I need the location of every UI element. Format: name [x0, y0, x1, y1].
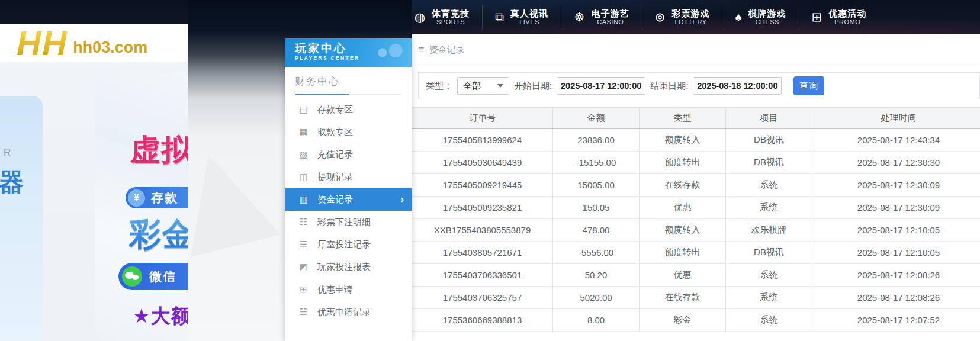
nav-item-label-zh: 优惠活动: [828, 8, 866, 18]
cell-order-no: 1755360669388813: [412, 309, 553, 332]
hamburger-icon[interactable]: ≡: [418, 44, 425, 55]
sidebar-item-label: 充值记录: [317, 149, 353, 160]
cell-type: 额度转入: [640, 219, 726, 242]
withdraw-record-icon: ◫: [298, 172, 309, 182]
cell-project: DB视讯: [726, 152, 812, 174]
table-header-cell: 类型: [640, 108, 726, 129]
funds-record-table: 订单号金额类型项目处理时间 175540581399962423836.00额度…: [412, 107, 980, 332]
cell-time: 2025-08-17 12:30:30: [812, 152, 980, 174]
lottery-bets-icon: ☷: [298, 217, 309, 227]
nav-item-label-zh: 电子游艺: [592, 8, 629, 18]
type-select[interactable]: 全部: [457, 77, 509, 95]
lottery-balls-icon: ⊚: [655, 11, 666, 23]
money-bag-icon: ¥: [128, 189, 145, 207]
nav-item-chess[interactable]: ♠ 棋牌游戏 CHESS: [722, 5, 798, 30]
nav-item-sports[interactable]: ◍ 体育竞技 SPORTS: [401, 5, 482, 30]
promo-left-letter: R: [4, 147, 11, 159]
nav-item-label-en: CASINO: [592, 18, 629, 26]
brand-domain: hh03.com: [73, 38, 147, 57]
promo-card-left[interactable]: R 器: [0, 96, 43, 341]
search-button[interactable]: 查询: [793, 76, 824, 95]
nav-item-label-en: PROMO: [828, 18, 866, 26]
start-date-label: 开始日期:: [514, 81, 552, 92]
promo-card-right[interactable]: 虚拟 ¥ 存款 彩金 微信 ★大额: [95, 72, 188, 341]
cell-order-no: 1755405030649439: [412, 152, 553, 174]
table-header-cell: 金额: [553, 108, 640, 129]
player-report-icon: ◩: [298, 262, 309, 272]
nav-item-promo[interactable]: ⊞ 优惠活动 PROMO: [799, 5, 879, 30]
roulette-icon: ☸: [574, 11, 585, 23]
nav-item-label-zh: 体育竞技: [432, 8, 470, 18]
table-header-cell: 订单号: [412, 108, 553, 129]
cell-type: 额度转出: [640, 152, 726, 174]
sidebar-item-label: 提现记录: [317, 172, 353, 183]
nav-item-lives[interactable]: ⧉ 真人视讯 LIVES: [482, 5, 561, 30]
cell-order-no: XXB1755403805553879: [412, 219, 553, 242]
cell-type: 优惠: [640, 264, 726, 287]
table-row: 175540500921944515005.00在线存款系统2025-08-17…: [412, 174, 980, 197]
triangle-decoration: [191, 155, 281, 257]
promo-apply-record-icon: ☱: [298, 307, 309, 317]
cell-amount: 15005.00: [553, 174, 640, 197]
promo-vip-text: ★大额: [133, 303, 188, 330]
deposit-pill-button[interactable]: ¥ 存款: [126, 187, 188, 208]
sidebar-menu-item[interactable]: ▤ 存款专区 ›: [285, 98, 412, 121]
deposit-pill-label: 存款: [151, 189, 178, 206]
sidebar-item-label: 彩票下注明细: [317, 217, 371, 228]
nav-item-label-zh: 彩票游戏: [671, 8, 709, 18]
nav-item-casino[interactable]: ☸ 电子游艺 CASINO: [561, 5, 642, 30]
promo-left-char: 器: [0, 166, 24, 199]
start-date-input[interactable]: 2025-08-17 12:00:00: [557, 77, 645, 95]
wechat-icon: [122, 266, 142, 287]
cell-type: 在线存款: [640, 287, 726, 309]
sidebar-item-label: 厅室投注记录: [317, 239, 371, 250]
sidebar-item-label: 玩家投注报表: [317, 262, 371, 273]
sports-icon: ◍: [415, 11, 425, 23]
spade-icon: ♠: [735, 11, 741, 23]
cell-time: 2025-08-17 12:07:52: [812, 309, 980, 332]
sidebar-section-title: 财务中心: [285, 67, 412, 88]
brand-logo: HH: [17, 25, 68, 61]
cards-icon: ⧉: [495, 11, 504, 23]
sidebar-menu-item[interactable]: ▥ 资金记录 ›: [285, 188, 412, 211]
sidebar-menu-item[interactable]: ◫ 提现记录 ›: [285, 166, 412, 188]
nav-item-lottery[interactable]: ⊚ 彩票游戏 LOTTERY: [642, 5, 722, 30]
sidebar-menu-item[interactable]: ◩ 玩家投注报表 ›: [285, 256, 412, 278]
sidebar-menu-item[interactable]: ⊞ 优惠申请 ›: [285, 278, 412, 301]
main-content: ≡ 资金记录 类型： 全部 开始日期: 2025-08-17 12:00:00 …: [412, 34, 980, 341]
cell-amount: 5020.00: [553, 287, 640, 309]
cell-project: 系统: [726, 309, 812, 332]
player-center-sidebar: 玩家中心 PLAYERS CENTER 财务中心 ▤ 存款专区 › ▦ 取款专区…: [285, 38, 412, 341]
sidebar-menu-item[interactable]: ☷ 彩票下注明细 ›: [285, 211, 412, 233]
nav-item-label-zh: 棋牌游戏: [748, 8, 786, 18]
sidebar-menu-item[interactable]: ▧ 充值记录 ›: [285, 143, 412, 166]
gamepad-decoration-icon: [372, 42, 406, 63]
sidebar-menu-item[interactable]: ☱ 优惠申请记录 ›: [285, 301, 412, 323]
nav-item-label-zh: 真人视讯: [510, 8, 548, 18]
sidebar-item-label: 优惠申请记录: [317, 307, 371, 318]
logo-band[interactable]: HH hh03.com: [0, 24, 188, 62]
cell-project: DB视讯: [726, 242, 812, 264]
table-row: 17553606693888138.00彩金系统2025-08-17 12:07…: [412, 309, 980, 332]
cell-order-no: 1755403706325757: [412, 287, 553, 309]
sidebar-menu-item[interactable]: ☰ 厅室投注记录 ›: [285, 233, 412, 256]
sidebar-item-label: 资金记录: [317, 194, 353, 205]
cell-project: 系统: [726, 197, 812, 219]
table-row: 1755403805721671-5556.00额度转出DB视讯2025-08-…: [412, 242, 980, 264]
wechat-pill-button[interactable]: 微信: [118, 263, 188, 290]
end-date-input[interactable]: 2025-08-18 12:00:00: [693, 77, 782, 95]
cell-time: 2025-08-17 12:30:09: [812, 197, 980, 219]
promo-column: HH hh03.com R 器 虚拟 ¥ 存款 彩金 微信 ★大额: [0, 0, 188, 341]
nav-item-label-en: LIVES: [510, 18, 548, 26]
sidebar-section-underline: [295, 94, 401, 95]
page-title-bar: ≡ 资金记录: [412, 34, 980, 66]
cell-amount: -5556.00: [553, 242, 640, 264]
sidebar-item-label: 存款专区: [317, 104, 353, 115]
sidebar-item-label: 取款专区: [317, 127, 353, 138]
sidebar-menu-item[interactable]: ▦ 取款专区 ›: [285, 121, 412, 143]
cell-time: 2025-08-17 12:10:05: [812, 219, 980, 242]
cell-project: DB视讯: [726, 129, 812, 152]
cell-project: 系统: [726, 287, 812, 309]
withdraw-zone-icon: ▦: [298, 127, 309, 137]
cell-type: 额度转出: [640, 242, 726, 264]
